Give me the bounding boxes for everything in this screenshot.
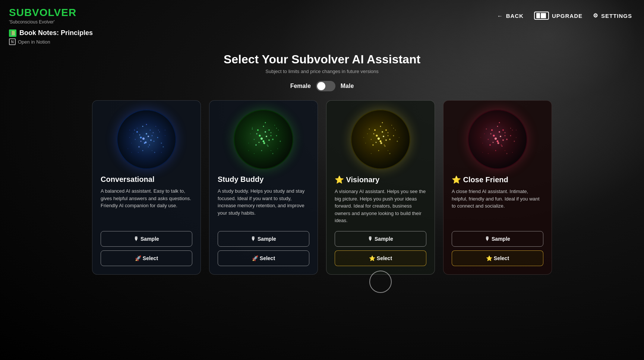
svg-point-144 bbox=[505, 132, 506, 133]
page-heading: Select Your Subvolver AI Assistant bbox=[0, 53, 644, 66]
svg-point-86 bbox=[382, 131, 383, 133]
card-visionary: ⭐ Visionary A visionary AI assistant. He… bbox=[326, 100, 435, 275]
svg-point-57 bbox=[250, 133, 251, 134]
svg-point-118 bbox=[491, 129, 493, 131]
svg-point-104 bbox=[381, 142, 382, 144]
visionary-name: ⭐ Visionary bbox=[335, 175, 379, 184]
svg-point-107 bbox=[385, 146, 386, 147]
svg-point-132 bbox=[495, 150, 496, 151]
conversational-sample-button[interactable]: 🎙 Sample bbox=[101, 231, 192, 247]
open-notion-button[interactable]: N Open in Notion bbox=[9, 38, 644, 45]
card-close-friend: ⭐ Close Friend A close friend AI assista… bbox=[443, 100, 552, 275]
back-button[interactable]: ← BACK bbox=[497, 13, 524, 19]
conversational-sample-label: 🎙 Sample bbox=[134, 236, 159, 242]
settings-icon: ⚙ bbox=[593, 12, 598, 19]
upgrade-label: UPGRADE bbox=[552, 13, 583, 19]
svg-point-120 bbox=[502, 129, 504, 131]
svg-point-23 bbox=[165, 135, 165, 136]
orb-yellow-canvas bbox=[351, 110, 410, 169]
svg-point-111 bbox=[393, 128, 394, 129]
svg-point-60 bbox=[271, 150, 271, 151]
study-buddy-select-button[interactable]: 🚀 Select bbox=[218, 250, 309, 266]
svg-point-87 bbox=[388, 135, 389, 136]
card-study-buddy: Study Buddy A study buddy. Helps you stu… bbox=[209, 100, 318, 275]
orb-yellow-svg bbox=[351, 110, 410, 169]
upgrade-button[interactable]: UPGRADE bbox=[534, 12, 583, 20]
svg-point-103 bbox=[383, 136, 384, 137]
svg-point-73 bbox=[271, 132, 272, 133]
svg-point-42 bbox=[161, 152, 162, 153]
gender-toggle[interactable] bbox=[316, 81, 335, 91]
svg-point-51 bbox=[254, 139, 255, 140]
close-friend-desc: A close friend AI assistant. Intimate, h… bbox=[452, 188, 543, 224]
svg-point-67 bbox=[266, 136, 267, 137]
page-subheading: Subject to limits and price changes in f… bbox=[0, 69, 644, 74]
svg-point-149 bbox=[516, 137, 517, 138]
svg-point-40 bbox=[165, 130, 165, 130]
toggle-female-label: Female bbox=[290, 83, 311, 89]
svg-point-128 bbox=[501, 145, 502, 146]
svg-point-45 bbox=[257, 129, 259, 131]
svg-point-92 bbox=[384, 145, 385, 146]
svg-point-119 bbox=[497, 126, 498, 127]
card-conversational: Conversational A balanced AI assistant. … bbox=[92, 100, 201, 275]
visionary-sample-button[interactable]: 🎙 Sample bbox=[335, 231, 426, 247]
visionary-desc: A visionary AI assistant. Helps you see … bbox=[335, 188, 426, 224]
book-notes-text: Book Notes: Principles bbox=[19, 29, 93, 37]
orb-study-buddy bbox=[230, 110, 297, 169]
book-icon: 📗 bbox=[9, 29, 16, 37]
close-friend-sample-button[interactable]: 🎙 Sample bbox=[452, 231, 543, 247]
svg-point-71 bbox=[268, 146, 269, 147]
settings-button[interactable]: ⚙ SETTINGS bbox=[593, 12, 632, 19]
main-heading: Select Your Subvolver AI Assistant Subje… bbox=[0, 53, 644, 74]
nav-actions: ← BACK UPGRADE ⚙ SETTINGS bbox=[497, 12, 632, 20]
visionary-select-button[interactable]: ⭐ Select bbox=[335, 250, 426, 266]
visionary-select-label: ⭐ Select bbox=[369, 255, 392, 261]
cursor-ring bbox=[369, 271, 392, 293]
svg-point-147 bbox=[488, 153, 489, 154]
conversational-select-button[interactable]: 🚀 Select bbox=[101, 250, 192, 266]
orb-close-friend bbox=[464, 110, 531, 169]
svg-point-35 bbox=[134, 130, 135, 131]
close-friend-select-button[interactable]: ⭐ Select bbox=[452, 250, 543, 266]
orb-dots-svg bbox=[117, 110, 176, 169]
svg-point-63 bbox=[265, 122, 266, 123]
orb-visionary bbox=[347, 110, 414, 169]
orb-red-canvas bbox=[468, 110, 527, 169]
svg-point-55 bbox=[267, 145, 268, 146]
orb-green-svg bbox=[234, 110, 293, 169]
svg-point-20 bbox=[146, 124, 147, 125]
svg-point-109 bbox=[388, 132, 389, 133]
svg-point-97 bbox=[388, 150, 388, 151]
study-buddy-name: Study Buddy bbox=[218, 175, 263, 184]
svg-point-21 bbox=[155, 126, 156, 127]
svg-point-78 bbox=[254, 153, 255, 154]
svg-point-133 bbox=[505, 150, 505, 151]
svg-point-75 bbox=[276, 128, 277, 129]
svg-point-98 bbox=[365, 143, 366, 143]
back-label: BACK bbox=[506, 13, 524, 19]
orb-red-svg bbox=[468, 110, 527, 169]
svg-point-11 bbox=[138, 146, 140, 148]
conversational-buttons: 🎙 Sample 🚀 Select bbox=[101, 231, 192, 266]
svg-point-131 bbox=[512, 130, 513, 130]
svg-point-146 bbox=[510, 128, 511, 129]
svg-point-48 bbox=[259, 135, 261, 137]
svg-point-14 bbox=[133, 133, 134, 134]
study-buddy-select-label: 🚀 Select bbox=[252, 255, 275, 261]
svg-point-54 bbox=[255, 144, 257, 146]
study-buddy-buttons: 🎙 Sample 🚀 Select bbox=[218, 231, 309, 266]
svg-point-46 bbox=[263, 126, 264, 127]
svg-point-70 bbox=[259, 142, 260, 143]
settings-label: SETTINGS bbox=[601, 13, 632, 19]
conversational-desc: A balanced AI assistant. Easy to talk to… bbox=[101, 187, 192, 224]
svg-point-113 bbox=[389, 153, 391, 154]
svg-point-62 bbox=[280, 141, 281, 142]
orb-green-canvas bbox=[234, 110, 293, 169]
svg-point-10 bbox=[154, 141, 155, 142]
svg-point-150 bbox=[480, 137, 481, 138]
study-buddy-sample-button[interactable]: 🎙 Sample bbox=[218, 231, 309, 247]
svg-point-94 bbox=[367, 133, 368, 134]
back-icon: ← bbox=[497, 13, 503, 19]
svg-point-96 bbox=[378, 150, 379, 151]
